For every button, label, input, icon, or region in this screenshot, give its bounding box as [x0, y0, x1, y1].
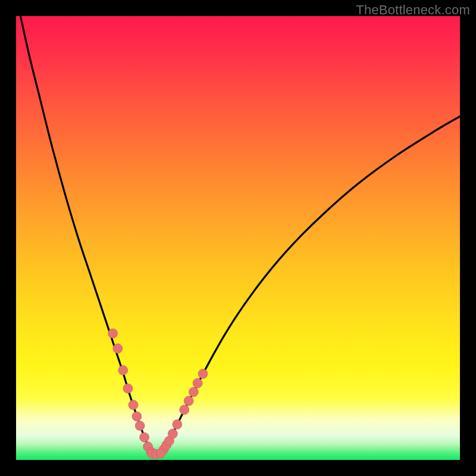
chart-frame: TheBottleneck.com: [0, 0, 476, 476]
data-points: [108, 328, 208, 459]
data-point: [189, 387, 198, 397]
data-point: [132, 412, 142, 421]
data-point: [173, 419, 182, 429]
bottleneck-curve: [20, 16, 460, 455]
data-point: [168, 429, 177, 439]
chart-svg: [16, 16, 460, 460]
data-point: [180, 405, 189, 415]
data-point: [184, 396, 193, 406]
data-point: [135, 421, 145, 431]
data-point: [118, 365, 128, 375]
data-point: [198, 369, 208, 378]
data-point: [140, 433, 149, 442]
data-point: [129, 400, 138, 410]
data-point: [156, 449, 165, 458]
data-point: [193, 378, 202, 388]
data-point: [113, 344, 123, 353]
data-point: [123, 384, 133, 393]
data-point: [108, 328, 118, 338]
plot-area: [16, 16, 460, 460]
